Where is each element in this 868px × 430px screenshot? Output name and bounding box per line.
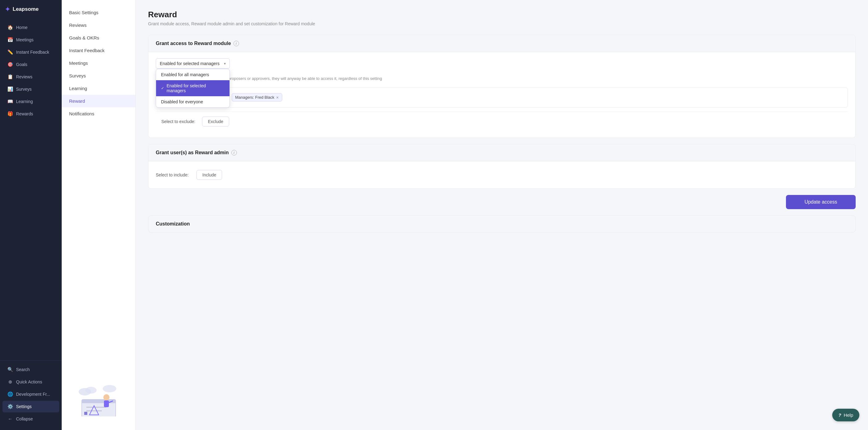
sidebar-item-settings[interactable]: ⚙️ Settings: [2, 401, 59, 412]
sidebar-item-collapse[interactable]: ← Collapse: [2, 413, 59, 425]
svg-point-1: [86, 387, 97, 394]
settings-menu-item-notifications[interactable]: Notifications: [62, 108, 135, 120]
sidebar-item-quick-actions[interactable]: ⊕ Quick Actions: [2, 376, 59, 388]
sidebar-item-reviews[interactable]: 📋 Reviews: [2, 71, 59, 83]
dropdown-option-disabled[interactable]: Disabled for everyone: [156, 96, 229, 108]
dropdown-option-all-managers-label: Enabled for all managers: [161, 72, 209, 77]
grant-access-title: Grant access to Reward module: [156, 41, 231, 46]
home-icon: 🏠: [7, 25, 13, 30]
sidebar-item-search-label: Search: [16, 367, 30, 372]
access-dropdown-trigger[interactable]: Enabled for selected managers: [156, 58, 230, 69]
settings-menu-item-meetings[interactable]: Meetings: [62, 57, 135, 69]
sidebar-item-learning-label: Learning: [16, 99, 33, 104]
sidebar-item-meetings-label: Meetings: [16, 37, 34, 42]
rewards-icon: 🎁: [7, 111, 13, 117]
admin-include-row: Select to include: Include: [156, 167, 848, 182]
app-logo: ✦ Leapsome: [0, 0, 62, 19]
instant-feedback-icon: ✏️: [7, 49, 13, 55]
grant-admin-body: Select to include: Include: [148, 161, 855, 188]
page-subtitle: Grant module access, Reward module admin…: [148, 21, 856, 26]
access-hint-text: If managers will be included in cycles a…: [156, 75, 848, 82]
grant-access-body: Enabled for selected managers Enabled fo…: [148, 52, 855, 137]
grant-access-header: Grant access to Reward module i: [148, 35, 855, 52]
sidebar-item-reviews-label: Reviews: [16, 74, 32, 79]
settings-menu-item-instant-feedback[interactable]: Instant Feedback: [62, 44, 135, 57]
settings-menu-item-reviews[interactable]: Reviews: [62, 19, 135, 31]
development-icon: 🌐: [7, 392, 13, 397]
main-content: Reward Grant module access, Reward modul…: [136, 0, 868, 430]
sidebar-item-development[interactable]: 🌐 Development Fr...: [2, 388, 59, 400]
grant-admin-title: Grant user(s) as Reward admin: [156, 150, 229, 155]
grant-access-info-icon: i: [234, 41, 239, 46]
access-dropdown-container: Enabled for selected managers Enabled fo…: [156, 58, 230, 69]
sidebar-item-goals[interactable]: 🎯 Goals: [2, 59, 59, 70]
sidebar-item-learning[interactable]: 📖 Learning: [2, 96, 59, 108]
dropdown-option-disabled-label: Disabled for everyone: [161, 99, 203, 104]
grant-admin-card: Grant user(s) as Reward admin i Select t…: [148, 144, 856, 189]
update-access-button[interactable]: Update access: [786, 195, 856, 209]
dropdown-option-all-managers[interactable]: Enabled for all managers: [156, 69, 229, 80]
exclude-row: Select to exclude: Exclude: [156, 111, 848, 131]
learning-icon: 📖: [7, 99, 13, 104]
sidebar-item-instant-feedback[interactable]: ✏️ Instant Feedback: [2, 46, 59, 58]
goals-icon: 🎯: [7, 62, 13, 67]
update-btn-container: Update access: [148, 195, 856, 209]
access-dropdown-selected: Enabled for selected managers: [160, 61, 220, 66]
settings-menu-item-reward[interactable]: Reward: [62, 95, 135, 108]
logo-icon: ✦: [5, 5, 10, 13]
collapse-icon: ←: [7, 416, 13, 421]
sidebar-item-instant-feedback-label: Instant Feedback: [16, 50, 49, 55]
exclude-row-label: Select to exclude:: [161, 119, 198, 124]
help-label: Help: [844, 412, 853, 418]
main-nav: 🏠 Home 📅 Meetings ✏️ Instant Feedback 🎯 …: [0, 19, 62, 360]
customization-card: Customization: [148, 215, 856, 233]
admin-include-button[interactable]: Include: [196, 170, 222, 180]
settings-icon: ⚙️: [7, 404, 13, 409]
reviews-icon: 📋: [7, 74, 13, 80]
sidebar-item-collapse-label: Collapse: [16, 417, 33, 421]
help-button[interactable]: ? Help: [832, 409, 859, 421]
dropdown-option-selected-managers-label: Enabled for selected managers: [166, 83, 224, 93]
svg-rect-8: [84, 412, 87, 415]
sidebar-item-goals-label: Goals: [16, 62, 27, 67]
settings-menu-item-learning[interactable]: Learning: [62, 82, 135, 95]
grant-admin-header: Grant user(s) as Reward admin i: [148, 144, 855, 161]
svg-point-9: [103, 394, 110, 400]
sidebar-item-rewards-label: Rewards: [16, 111, 33, 116]
customization-title: Customization: [156, 221, 190, 226]
settings-menu-item-goals[interactable]: Goals & OKRs: [62, 31, 135, 44]
tag-close-icon[interactable]: ×: [276, 95, 279, 100]
sidebar-item-search[interactable]: 🔍 Search: [2, 364, 59, 375]
app-name: Leapsome: [13, 6, 38, 12]
page-title: Reward: [148, 10, 856, 20]
sidebar-item-settings-label: Settings: [16, 404, 32, 409]
illustration-container: [68, 382, 129, 418]
sidebar-bottom: 🔍 Search ⊕ Quick Actions 🌐 Development F…: [0, 360, 62, 430]
sidebar-item-meetings[interactable]: 📅 Meetings: [2, 34, 59, 45]
settings-menu-item-surveys[interactable]: Surveys: [62, 69, 135, 82]
sidebar-item-surveys[interactable]: 📊 Surveys: [2, 83, 59, 95]
help-icon: ?: [838, 412, 841, 418]
access-dropdown-menu: Enabled for all managers ✓ Enabled for s…: [156, 69, 230, 108]
checkmark-icon: ✓: [161, 86, 164, 90]
settings-menu: Basic Settings Reviews Goals & OKRs Inst…: [62, 0, 136, 430]
svg-rect-4: [82, 399, 116, 403]
sidebar-item-quick-actions-label: Quick Actions: [16, 379, 42, 385]
surveys-icon: 📊: [7, 86, 13, 92]
manager-tag: Managers: Fred Black ×: [231, 93, 282, 101]
sidebar-item-rewards[interactable]: 🎁 Rewards: [2, 108, 59, 120]
exclude-button[interactable]: Exclude: [202, 117, 229, 126]
admin-include-row-label: Select to include:: [156, 173, 193, 177]
settings-menu-item-basic[interactable]: Basic Settings: [62, 6, 135, 19]
sidebar-item-home[interactable]: 🏠 Home: [2, 22, 59, 33]
sidebar-item-home-label: Home: [16, 25, 27, 30]
sidebar-item-surveys-label: Surveys: [16, 87, 32, 92]
meetings-icon: 📅: [7, 37, 13, 42]
svg-point-2: [103, 385, 116, 392]
dropdown-option-selected-managers[interactable]: ✓ Enabled for selected managers: [156, 80, 229, 96]
sidebar: ✦ Leapsome 🏠 Home 📅 Meetings ✏️ Instant …: [0, 0, 62, 430]
grant-admin-info-icon: i: [231, 150, 237, 155]
grant-access-card: Grant access to Reward module i Enabled …: [148, 35, 856, 138]
search-icon: 🔍: [7, 367, 13, 372]
quick-actions-icon: ⊕: [7, 379, 13, 385]
